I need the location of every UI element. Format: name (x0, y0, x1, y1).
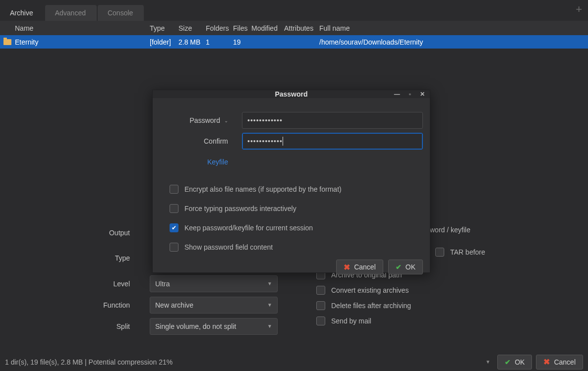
convert-label: Convert existing archives (331, 286, 409, 294)
tab-advanced[interactable]: Advanced (45, 5, 97, 21)
send-mail-label: Send by mail (331, 317, 371, 325)
dialog-cancel-label: Cancel (354, 263, 376, 271)
cell-files: 19 (233, 38, 251, 46)
function-label: Function (5, 301, 150, 309)
confirm-label: Confirm (204, 137, 228, 145)
password-dialog: Password — ▫ ✕ Password ⌄ •••••••••••• C… (152, 90, 430, 273)
close-icon[interactable]: ✕ (420, 91, 425, 98)
ok-button[interactable]: ✔ OK (497, 355, 532, 370)
status-bar: 1 dir(s), 19 file(s), 2.8 MB | Potential… (0, 353, 588, 371)
keep-session-checkbox[interactable]: ✔ (170, 223, 178, 232)
tab-bar: Archive Advanced Console + (0, 0, 588, 21)
cell-type: [folder] (150, 38, 178, 46)
col-header-name[interactable]: Name (0, 24, 150, 32)
split-label: Split (5, 322, 150, 330)
add-tab-icon[interactable]: + (576, 3, 582, 16)
tar-before-checkbox[interactable] (435, 248, 444, 257)
maximize-icon[interactable]: ▫ (409, 91, 411, 98)
chevron-down-icon[interactable]: ⌄ (224, 118, 228, 123)
close-icon: ✖ (543, 357, 550, 367)
split-value: Single volume, do not split (155, 322, 236, 330)
close-icon: ✖ (344, 263, 350, 272)
tab-archive[interactable]: Archive (0, 5, 44, 21)
folder-icon (3, 39, 11, 45)
split-select[interactable]: Single volume, do not split ▼ (150, 318, 278, 335)
tab-console[interactable]: Console (98, 5, 144, 21)
col-header-modified[interactable]: Modified (251, 24, 284, 32)
pw-keyfile-label: sword / keyfile (426, 226, 470, 234)
cancel-button[interactable]: ✖ Cancel (536, 355, 583, 370)
col-header-type[interactable]: Type (150, 24, 178, 32)
delete-after-label: Delete files after archiving (331, 302, 411, 310)
col-header-files[interactable]: Files (233, 24, 251, 32)
confirm-input[interactable]: •••••••••••• (242, 133, 423, 150)
dialog-ok-label: OK (406, 263, 415, 271)
level-label: Level (5, 280, 150, 288)
cell-folders: 1 (206, 38, 233, 46)
cell-size: 2.8 MB (178, 38, 206, 46)
function-select[interactable]: New archive ▼ (150, 297, 278, 314)
cancel-label: Cancel (554, 358, 576, 366)
function-value: New archive (155, 301, 193, 309)
show-password-label: Show password field content (184, 243, 273, 251)
table-row[interactable]: Eternity [folder] 2.8 MB 1 19 /home/sour… (0, 35, 588, 49)
col-header-size[interactable]: Size (178, 24, 206, 32)
chevron-down-icon: ▼ (267, 302, 272, 308)
keep-session-label: Keep password/keyfile for current sessio… (184, 224, 313, 232)
delete-after-checkbox[interactable] (316, 301, 325, 310)
check-icon: ✔ (396, 263, 402, 271)
convert-checkbox[interactable] (316, 286, 325, 295)
dialog-title: Password (275, 90, 307, 98)
chevron-down-icon[interactable]: ▼ (485, 359, 490, 365)
password-label: Password (190, 116, 220, 124)
encrypt-names-checkbox[interactable] (170, 185, 178, 194)
keyfile-link[interactable]: Keyfile (160, 154, 242, 170)
password-value: •••••••••••• (247, 116, 283, 124)
col-header-attributes[interactable]: Attributes (284, 24, 319, 32)
type-label: Type (5, 254, 150, 262)
output-label: Output (5, 229, 150, 237)
minimize-icon[interactable]: — (394, 91, 400, 98)
status-text: 1 dir(s), 19 file(s), 2.8 MB | Potential… (5, 358, 173, 366)
file-table-header: Name Type Size Folders Files Modified At… (0, 21, 588, 35)
col-header-fullname[interactable]: Full name (319, 24, 353, 32)
ok-label: OK (515, 358, 525, 366)
chevron-down-icon: ▼ (267, 323, 272, 329)
chevron-down-icon: ▼ (267, 281, 272, 286)
col-header-folders[interactable]: Folders (206, 24, 233, 32)
dialog-titlebar[interactable]: Password — ▫ ✕ (153, 90, 430, 98)
send-mail-checkbox[interactable] (316, 317, 325, 325)
level-value: Ultra (155, 280, 170, 288)
cell-fullname: /home/sourav/Downloads/Eternity (319, 38, 426, 46)
dialog-cancel-button[interactable]: ✖ Cancel (336, 260, 383, 274)
text-cursor (283, 137, 283, 146)
cell-name: Eternity (15, 38, 150, 46)
dialog-ok-button[interactable]: ✔ OK (388, 260, 423, 274)
show-password-checkbox[interactable] (170, 243, 178, 252)
tar-before-label: TAR before (450, 248, 485, 256)
password-input[interactable]: •••••••••••• (242, 112, 423, 129)
check-icon: ✔ (505, 358, 511, 366)
force-typing-label: Force typing passwords interactively (184, 205, 296, 212)
confirm-value: •••••••••••• (247, 137, 283, 145)
encrypt-names-label: Encrypt also file names (if supported by… (184, 185, 342, 193)
force-typing-checkbox[interactable] (170, 204, 178, 213)
